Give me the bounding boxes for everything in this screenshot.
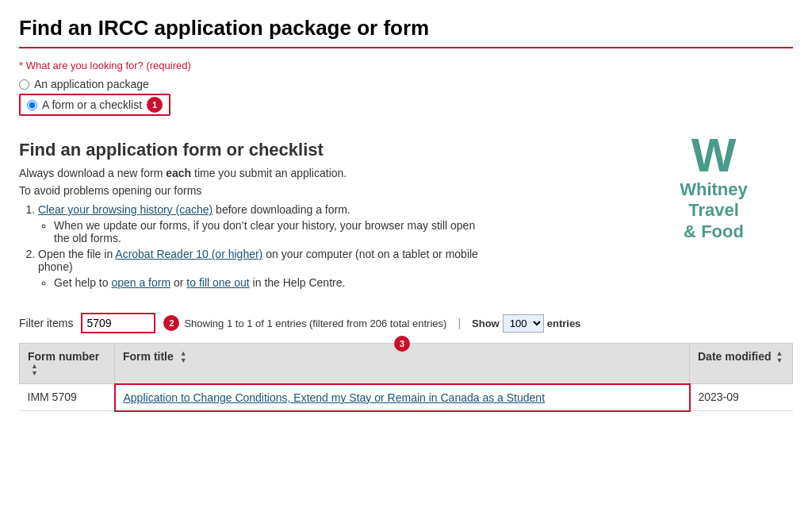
radio-package[interactable] — [19, 79, 29, 90]
intro1-bold: each — [166, 167, 191, 179]
content-left: Find an application form or checklist Al… — [19, 124, 479, 297]
question-text: * What are you looking for? — [19, 60, 144, 71]
radio-package-label[interactable]: An application package — [34, 78, 149, 90]
radio-checklist-label[interactable]: A form or a checklist — [42, 98, 142, 111]
sub2-pre: Get help to — [54, 276, 111, 289]
intro1-post: time you submit an application. — [191, 167, 347, 179]
show-label: Show — [472, 318, 500, 329]
entries-label: entries — [547, 318, 581, 329]
instructions-list: Clear your browsing history (cache) befo… — [38, 203, 479, 289]
list-item-1-post: before downloading a form. — [213, 203, 350, 216]
show-select[interactable]: 100 25 50 — [503, 314, 544, 333]
open-form-link[interactable]: open a form — [111, 276, 170, 289]
watermark-line2: Travel — [688, 200, 739, 220]
list-item-2-sub-item: Get help to open a form or to fill one o… — [54, 276, 479, 289]
results-table: Form number ▲ ▼ Form title ▲ ▼ 3 Date mo… — [19, 343, 793, 412]
showing-text: Showing 1 to 1 of 1 entries (filtered fr… — [184, 318, 446, 329]
list-item-1-sub: When we update our forms, if you don’t c… — [54, 219, 479, 244]
col-number-header: Form number ▲ ▼ — [20, 344, 115, 384]
list-item-2-pre: Open the file in — [38, 248, 115, 260]
sort-down-title[interactable]: ▼ — [180, 357, 187, 364]
fill-out-link[interactable]: to fill one out — [186, 276, 249, 289]
badge-1: 1 — [147, 97, 163, 113]
list-item-1-sub-item: When we update our forms, if you don’t c… — [54, 219, 479, 244]
watermark-w: W — [634, 132, 793, 179]
sort-arrows-date: ▲ ▼ — [776, 350, 783, 364]
intro1-pre: Always download a new form — [19, 167, 166, 179]
separator: | — [458, 317, 461, 329]
table-header-row: Form number ▲ ▼ Form title ▲ ▼ 3 Date mo… — [20, 344, 793, 384]
acrobat-link[interactable]: Acrobat Reader 10 (or higher) — [115, 248, 262, 260]
col1-header-text: Form number — [28, 350, 99, 363]
filter-label: Filter items — [19, 317, 73, 329]
table-body: IMM 5709 Application to Change Condition… — [20, 384, 793, 411]
section-title: Find an application form or checklist — [19, 140, 479, 160]
cell-title: Application to Change Conditions, Extend… — [115, 384, 690, 411]
cell-date: 2023-09 — [690, 384, 793, 411]
badge-3: 3 — [394, 336, 410, 352]
list-item-2: Open the file in Acrobat Reader 10 (or h… — [38, 248, 479, 289]
watermark-line1: Whitney — [680, 179, 748, 199]
required-question: * What are you looking for? (required) — [19, 60, 793, 71]
radio-item-package[interactable]: An application package — [19, 78, 793, 90]
content-area: Find an application form or checklist Al… — [19, 124, 793, 297]
cache-link[interactable]: Clear your browsing history (cache) — [38, 203, 213, 216]
list-item-2-sub: Get help to open a form or to fill one o… — [54, 276, 479, 289]
radio-group: An application package A form or a check… — [19, 78, 793, 119]
filter-input[interactable] — [82, 314, 154, 332]
sub2-mid: or — [170, 276, 186, 289]
show-entries: Show 100 25 50 entries — [472, 314, 580, 333]
filter-input-wrapper — [81, 313, 155, 333]
page-title: Find an IRCC application package or form — [19, 16, 793, 48]
radio-checklist[interactable] — [27, 100, 37, 110]
sub2-post: in the Help Centre. — [250, 276, 346, 289]
col-date-header: Date modified ▲ ▼ — [690, 344, 793, 384]
sort-arrows-number: ▲ ▼ — [31, 363, 38, 377]
watermark-line3: & — [684, 221, 696, 241]
filter-row: Filter items 2 Showing 1 to 1 of 1 entri… — [19, 313, 793, 333]
required-indicator: (required) — [146, 60, 190, 71]
table-row: IMM 5709 Application to Change Condition… — [20, 384, 793, 411]
col-title-header: Form title ▲ ▼ 3 — [115, 344, 690, 384]
col2-header-text: Form title — [123, 350, 174, 363]
intro-text-1: Always download a new form each time you… — [19, 167, 479, 179]
cell-number: IMM 5709 — [20, 384, 115, 411]
badge-2: 2 — [163, 315, 179, 331]
sort-down-date[interactable]: ▼ — [776, 357, 783, 364]
form-title-link[interactable]: Application to Change Conditions, Extend… — [124, 391, 546, 404]
watermark: W Whitney Travel & Food — [634, 124, 793, 242]
sort-arrows-title: ▲ ▼ — [180, 350, 187, 364]
watermark-text: Whitney Travel & Food — [634, 179, 793, 242]
intro-text-2: To avoid problems opening our forms — [19, 184, 479, 197]
sort-down-number[interactable]: ▼ — [31, 370, 38, 377]
radio-item-checklist[interactable]: A form or a checklist 1 — [19, 94, 170, 116]
watermark-line4: Food — [701, 221, 744, 241]
col3-header-text: Date modified — [698, 350, 772, 363]
list-item-1: Clear your browsing history (cache) befo… — [38, 203, 479, 244]
